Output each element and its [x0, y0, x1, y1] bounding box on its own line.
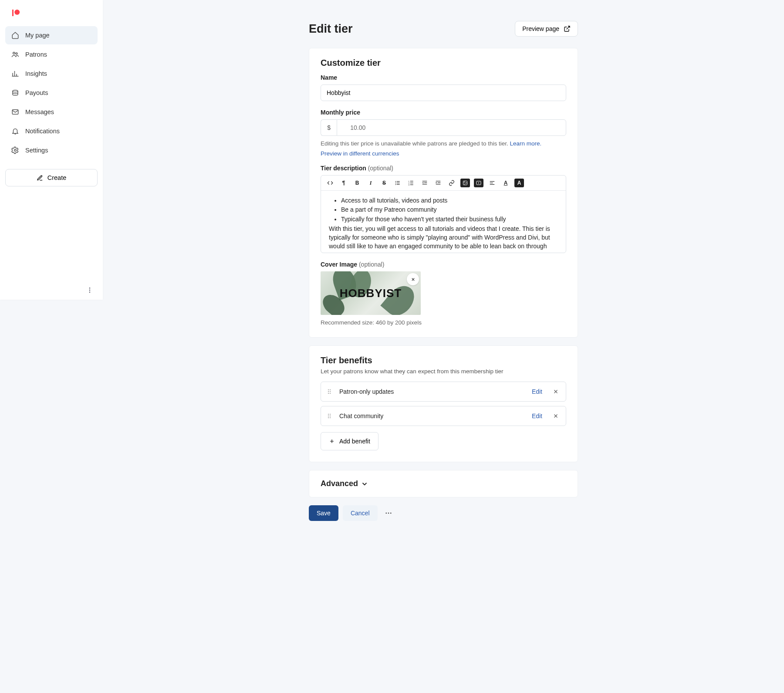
strikethrough-icon[interactable]: S	[379, 179, 389, 187]
indent-icon[interactable]	[433, 179, 443, 187]
cancel-button[interactable]: Cancel	[343, 505, 378, 521]
svg-rect-21	[410, 185, 413, 185]
svg-rect-22	[422, 181, 427, 181]
number-list-icon[interactable]: 123	[406, 179, 416, 187]
learn-more-link[interactable]: Learn more.	[510, 140, 542, 147]
svg-rect-26	[438, 183, 440, 183]
sidebar-item-patrons[interactable]: Patrons	[5, 45, 98, 64]
svg-rect-23	[424, 183, 427, 183]
tier-name-input[interactable]	[321, 85, 566, 101]
svg-point-6	[14, 149, 17, 152]
code-icon[interactable]	[325, 179, 335, 187]
patreon-icon	[12, 10, 20, 17]
price-currency: $	[321, 119, 337, 136]
more-actions-button[interactable]	[382, 507, 395, 520]
gear-icon	[11, 146, 19, 154]
sidebar-item-label: Patrons	[25, 51, 47, 58]
video-icon[interactable]	[474, 179, 483, 187]
price-label: Monthly price	[321, 109, 566, 116]
plus-icon	[329, 438, 335, 444]
benefit-edit-link[interactable]: Edit	[532, 412, 542, 419]
advanced-toggle[interactable]: Advanced	[321, 479, 566, 488]
sidebar-item-insights[interactable]: Insights	[5, 64, 98, 83]
payout-icon	[11, 89, 19, 97]
highlight-icon[interactable]: A	[514, 179, 524, 187]
customize-heading: Customize tier	[321, 58, 566, 68]
benefit-remove-button[interactable]	[553, 413, 559, 419]
main: Edit tier Preview page Customize tier Na…	[103, 0, 784, 693]
svg-point-3	[16, 53, 17, 54]
remove-cover-button[interactable]	[407, 273, 419, 285]
cover-image[interactable]: HOBBYIST	[321, 271, 421, 315]
image-icon[interactable]	[460, 179, 470, 187]
svg-point-36	[390, 513, 391, 514]
sidebar-item-my-page[interactable]: My page	[5, 26, 98, 44]
people-icon	[11, 51, 19, 58]
svg-point-14	[395, 184, 396, 185]
sidebar-item-label: Messages	[25, 108, 54, 115]
logo[interactable]	[0, 0, 103, 24]
svg-rect-13	[397, 183, 400, 183]
benefits-subtitle: Let your patrons know what they can expe…	[321, 368, 566, 375]
preview-currencies-link[interactable]: Preview in different currencies	[321, 150, 399, 157]
italic-icon[interactable]: I	[366, 179, 375, 187]
benefit-edit-link[interactable]: Edit	[532, 388, 542, 395]
tier-benefits-card: Tier benefits Let your patrons know what…	[309, 345, 578, 462]
align-icon[interactable]	[487, 179, 497, 187]
svg-rect-15	[397, 184, 400, 185]
action-bar: Save Cancel	[309, 505, 578, 521]
add-benefit-button[interactable]: Add benefit	[321, 432, 378, 450]
sidebar-nav: My page Patrons Insights Payouts Message…	[0, 24, 103, 163]
link-icon[interactable]	[447, 179, 456, 187]
name-label: Name	[321, 74, 566, 81]
svg-text:3: 3	[409, 184, 410, 186]
svg-point-7	[89, 287, 90, 288]
sidebar-item-messages[interactable]: Messages	[5, 103, 98, 121]
svg-point-10	[395, 181, 396, 182]
svg-rect-33	[490, 184, 495, 185]
drag-handle-icon[interactable]	[328, 389, 333, 394]
benefit-label: Chat community	[339, 412, 526, 419]
svg-point-12	[395, 183, 396, 183]
preview-page-button[interactable]: Preview page	[515, 21, 578, 37]
sidebar-item-label: Payouts	[25, 89, 48, 96]
cover-hint: Recommended size: 460 by 200 pixels	[321, 319, 566, 326]
drag-handle-icon[interactable]	[328, 414, 333, 418]
advanced-heading: Advanced	[321, 479, 358, 488]
edit-icon	[37, 175, 43, 181]
advanced-card: Advanced	[309, 470, 578, 497]
sidebar-item-label: Settings	[25, 147, 48, 154]
svg-point-8	[89, 290, 90, 291]
sidebar-item-payouts[interactable]: Payouts	[5, 84, 98, 102]
benefit-remove-button[interactable]	[553, 389, 559, 395]
create-button[interactable]: Create	[5, 169, 98, 186]
chart-icon	[11, 70, 19, 78]
chevron-down-icon	[361, 480, 368, 488]
benefits-heading: Tier benefits	[321, 355, 566, 365]
bullet-list-icon[interactable]	[393, 179, 402, 187]
svg-point-35	[388, 513, 389, 514]
sidebar: My page Patrons Insights Payouts Message…	[0, 0, 103, 300]
create-label: Create	[47, 174, 67, 181]
sidebar-item-settings[interactable]: Settings	[5, 141, 98, 159]
editor-textarea[interactable]: Access to all tutorials, videos and post…	[321, 191, 566, 253]
save-button[interactable]: Save	[309, 505, 338, 521]
benefit-row: Chat community Edit	[321, 406, 566, 426]
paragraph-icon[interactable]: ¶	[339, 179, 348, 187]
svg-rect-11	[397, 181, 400, 182]
outdent-icon[interactable]	[420, 179, 429, 187]
svg-rect-19	[410, 183, 413, 183]
bold-icon[interactable]: B	[352, 179, 362, 187]
svg-rect-25	[436, 181, 441, 181]
sidebar-item-notifications[interactable]: Notifications	[5, 122, 98, 140]
add-benefit-label: Add benefit	[339, 438, 370, 445]
svg-rect-31	[490, 181, 495, 182]
customize-tier-card: Customize tier Name Monthly price $ Edit…	[309, 48, 578, 338]
text-color-icon[interactable]: A	[501, 179, 510, 187]
sidebar-item-label: My page	[25, 32, 50, 39]
svg-rect-0	[12, 10, 14, 16]
tier-price-input	[337, 119, 566, 136]
svg-point-9	[89, 291, 90, 292]
svg-point-29	[464, 182, 465, 183]
sidebar-more-icon[interactable]	[86, 287, 93, 294]
